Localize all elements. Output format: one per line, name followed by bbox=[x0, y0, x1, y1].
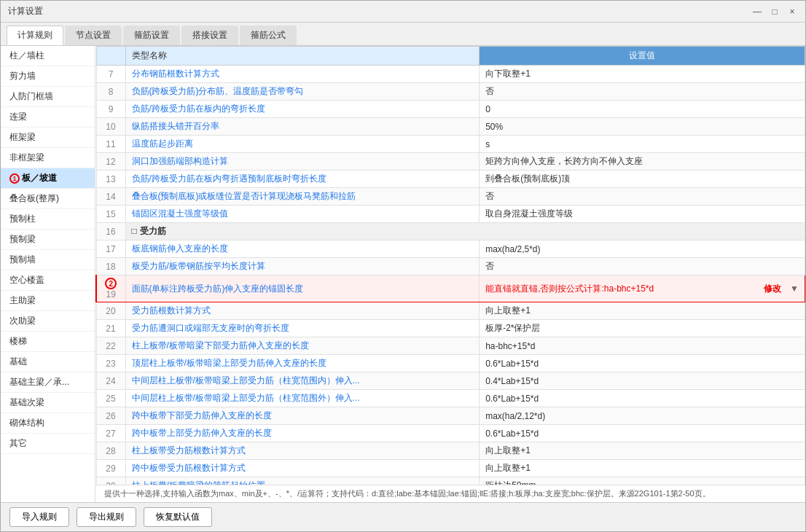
table-row[interactable]: 9 负筋/跨板受力筋在板内的弯折长度 0 bbox=[96, 101, 805, 118]
row-number: 23 bbox=[96, 355, 125, 372]
col-name-header: 类型名称 bbox=[125, 47, 480, 66]
row-name: 分布钢筋根数计算方式 bbox=[125, 66, 480, 83]
table-row[interactable]: 7 分布钢筋根数计算方式 向下取整+1 bbox=[96, 66, 805, 83]
table-row[interactable]: 30 柱上板带/板带暗梁的箍筋起始位置 距柱边50mm bbox=[96, 477, 805, 485]
table-row[interactable]: 8 负筋(跨板受力筋)分布筋、温度筋是否带弯勾 否 bbox=[96, 83, 805, 101]
table-row[interactable]: 2 19 面筋(单标注跨板受力筋)伸入支座的锚固长度 能直锚就直锚,否则按公式计… bbox=[96, 275, 805, 302]
content-area: 柱／墙柱 剪力墙 人防门框墙 连梁 框架梁 非框架梁 1板／坡道 叠合板(整厚)… bbox=[1, 46, 805, 502]
table-row[interactable]: 14 叠合板(预制底板)或板缝位置是否计算现浇板马凳筋和拉筋 否 bbox=[96, 188, 805, 206]
row-name: 温度筋起步距离 bbox=[125, 136, 480, 153]
table-row[interactable]: 11 温度筋起步距离 s bbox=[96, 136, 805, 153]
dropdown-arrow-icon[interactable]: ▼ bbox=[790, 283, 799, 294]
sidebar-item-non-frame-beam[interactable]: 非框架梁 bbox=[1, 148, 95, 168]
table-row[interactable]: 27 跨中板带上部受力筋伸入支座的长度 0.6*Lab+15*d bbox=[96, 425, 805, 442]
tab-stirrup-settings[interactable]: 箍筋设置 bbox=[123, 26, 180, 45]
sidebar-item-foundation[interactable]: 基础 bbox=[1, 352, 95, 372]
row-value: 0.6*Lab+15*d bbox=[480, 355, 805, 372]
row-number: 15 bbox=[96, 206, 125, 223]
table-row[interactable]: 18 板受力筋/板带钢筋按平均长度计算 否 bbox=[96, 258, 805, 275]
sidebar-item-composite-slab[interactable]: 叠合板(整厚) bbox=[1, 189, 95, 209]
row-name: 跨中板带下部受力筋伸入支座的长度 bbox=[125, 407, 480, 425]
sidebar-item-foundation-main-beam[interactable]: 基础主梁／承... bbox=[1, 372, 95, 393]
sidebar-item-precast-beam[interactable]: 预制梁 bbox=[1, 230, 95, 250]
table-row[interactable]: 10 纵筋搭接头错开百分率 50% bbox=[96, 118, 805, 136]
tab-stirrup-formula[interactable]: 箍筋公式 bbox=[240, 26, 297, 45]
table-row[interactable]: 26 跨中板带下部受力筋伸入支座的长度 max(ha/2,12*d) bbox=[96, 407, 805, 425]
col-num-header bbox=[96, 47, 125, 66]
sidebar-item-stair[interactable]: 楼梯 bbox=[1, 332, 95, 352]
row-name: 面筋(单标注跨板受力筋)伸入支座的锚固长度 bbox=[125, 275, 480, 302]
row-name: 跨中板带上部受力筋伸入支座的长度 bbox=[125, 425, 480, 442]
row-value[interactable]: 能直锚就直锚,否则按公式计算:ha-bhc+15*d 修改 ▼ bbox=[480, 275, 805, 302]
sidebar-item-foundation-sub-beam[interactable]: 基础次梁 bbox=[1, 393, 95, 413]
sidebar-item-civil-wall[interactable]: 人防门框墙 bbox=[1, 87, 95, 107]
export-rules-button[interactable]: 导出规则 bbox=[77, 507, 136, 527]
edit-button[interactable]: 修改 bbox=[764, 283, 781, 295]
row-number: 14 bbox=[96, 188, 125, 206]
row-number: 16 bbox=[96, 223, 125, 240]
row-number: 11 bbox=[96, 136, 125, 153]
import-rules-button[interactable]: 导入规则 bbox=[9, 507, 69, 527]
sidebar-item-precast-column[interactable]: 预制柱 bbox=[1, 209, 95, 230]
table-row[interactable]: 13 负筋/跨板受力筋在板内弯折遇预制底板时弯折长度 到叠合板(预制底板)顶 bbox=[96, 171, 805, 188]
row-value: 取自身混凝土强度等级 bbox=[480, 206, 805, 223]
table-row[interactable]: 12 洞口加强筋端部构造计算 矩跨方向伸入支座，长跨方向不伸入支座 bbox=[96, 153, 805, 171]
table-row[interactable]: 23 顶层柱上板带/板带暗梁上部受力筋伸入支座的长度 0.6*Lab+15*d bbox=[96, 355, 805, 372]
row-name: 板受力筋/板带钢筋按平均长度计算 bbox=[125, 258, 480, 275]
row-name: 纵筋搭接头错开百分率 bbox=[125, 118, 480, 136]
row-value: 向下取整+1 bbox=[480, 66, 805, 83]
row-number: 2 19 bbox=[96, 275, 125, 302]
value-text: 能直锚就直锚,否则按公式计算:ha-bhc+15*d bbox=[485, 283, 654, 295]
maximize-button[interactable]: □ bbox=[769, 6, 780, 17]
sidebar-item-frame-beam[interactable]: 框架梁 bbox=[1, 128, 95, 148]
row-value: 0 bbox=[480, 101, 805, 118]
row-name: 顶层柱上板带/板带暗梁上部受力筋伸入支座的长度 bbox=[125, 355, 480, 372]
row-name: 洞口加强筋端部构造计算 bbox=[125, 153, 480, 171]
table-row[interactable]: 24 中间层柱上板带/板带暗梁上部受力筋（柱宽范围内）伸入... 0.4*Lab… bbox=[96, 372, 805, 390]
restore-defaults-button[interactable]: 恢复默认值 bbox=[144, 507, 212, 527]
sidebar-item-slab[interactable]: 1板／坡道 bbox=[1, 168, 95, 189]
row-number: 24 bbox=[96, 372, 125, 390]
sidebar-item-masonry[interactable]: 砌体结构 bbox=[1, 413, 95, 434]
row-value: max(ha/2,5*d) bbox=[480, 240, 805, 258]
close-button[interactable]: × bbox=[786, 6, 798, 17]
row-value: 向上取整+1 bbox=[480, 442, 805, 460]
tab-calc-rules[interactable]: 计算规则 bbox=[7, 26, 63, 45]
table-container[interactable]: 类型名称 设置值 7 分布钢筋根数计算方式 向下取整+1 8 负筋(跨板受力筋)… bbox=[95, 46, 805, 485]
row-name: 跨中板带受力筋根数计算方式 bbox=[125, 460, 480, 477]
row-value: 到叠合板(预制底板)顶 bbox=[480, 171, 805, 188]
row-number: 27 bbox=[96, 425, 125, 442]
row-number: 30 bbox=[96, 477, 125, 485]
sidebar-item-sub-rib-beam[interactable]: 次助梁 bbox=[1, 311, 95, 332]
row-value: 向上取整+1 bbox=[480, 302, 805, 320]
row-value: 否 bbox=[480, 258, 805, 275]
row-name: 板底钢筋伸入支座的长度 bbox=[125, 240, 480, 258]
table-row[interactable]: 25 中间层柱上板带/板带暗梁上部受力筋（柱宽范围外）伸入... 0.6*Lab… bbox=[96, 390, 805, 407]
table-row[interactable]: 22 柱上板带/板带暗梁下部受力筋伸入支座的长度 ha-bhc+15*d bbox=[96, 337, 805, 355]
table-row[interactable]: 21 受力筋遭洞口或端部无支座时的弯折长度 板厚-2*保护层 bbox=[96, 320, 805, 337]
table-row[interactable]: 20 受力筋根数计算方式 向上取整+1 bbox=[96, 302, 805, 320]
table-row[interactable]: 17 板底钢筋伸入支座的长度 max(ha/2,5*d) bbox=[96, 240, 805, 258]
tab-node-settings[interactable]: 节点设置 bbox=[65, 26, 122, 45]
table-row[interactable]: 15 锚固区混凝土强度等级值 取自身混凝土强度等级 bbox=[96, 206, 805, 223]
sidebar-item-coupled-beam[interactable]: 连梁 bbox=[1, 107, 95, 128]
sidebar-item-column[interactable]: 柱／墙柱 bbox=[1, 46, 95, 66]
row-name: 负筋/跨板受力筋在板内的弯折长度 bbox=[125, 101, 480, 118]
sidebar-item-precast-wall[interactable]: 预制墙 bbox=[1, 250, 95, 270]
row-value: 否 bbox=[480, 83, 805, 101]
bottom-bar: 导入规则 导出规则 恢复默认值 bbox=[1, 502, 805, 531]
row-value: 0.6*Lab+15*d bbox=[480, 390, 805, 407]
table-row[interactable]: 16 □受力筋 bbox=[96, 223, 805, 240]
row-value: 板厚-2*保护层 bbox=[480, 320, 805, 337]
row-name: 受力筋遭洞口或端部无支座时的弯折长度 bbox=[125, 320, 480, 337]
minimize-button[interactable]: — bbox=[751, 6, 763, 17]
sidebar-item-main-rib-beam[interactable]: 主助梁 bbox=[1, 291, 95, 311]
sidebar-item-hollow-floor[interactable]: 空心楼盖 bbox=[1, 270, 95, 291]
table-row[interactable]: 28 柱上板带受力筋根数计算方式 向上取整+1 bbox=[96, 442, 805, 460]
tab-splice-settings[interactable]: 搭接设置 bbox=[181, 26, 238, 45]
row-number: 8 bbox=[96, 83, 125, 101]
sidebar-item-shear-wall[interactable]: 剪力墙 bbox=[1, 66, 95, 87]
table-row[interactable]: 29 跨中板带受力筋根数计算方式 向上取整+1 bbox=[96, 460, 805, 477]
row-name: 中间层柱上板带/板带暗梁上部受力筋（柱宽范围内）伸入... bbox=[125, 372, 480, 390]
sidebar-item-other[interactable]: 其它 bbox=[1, 434, 95, 454]
